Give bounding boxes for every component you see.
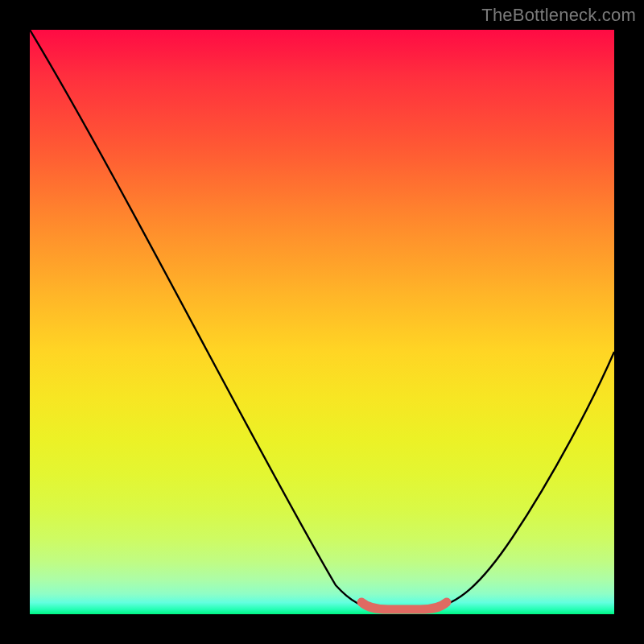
watermark-text: TheBottleneck.com [481, 5, 636, 26]
curve-right-branch [432, 352, 614, 608]
bottleneck-curve [30, 30, 614, 614]
chart-frame: TheBottleneck.com [0, 0, 644, 644]
curve-left-branch [30, 30, 376, 608]
plot-area [30, 30, 614, 614]
highlight-minimum-band [361, 602, 447, 609]
